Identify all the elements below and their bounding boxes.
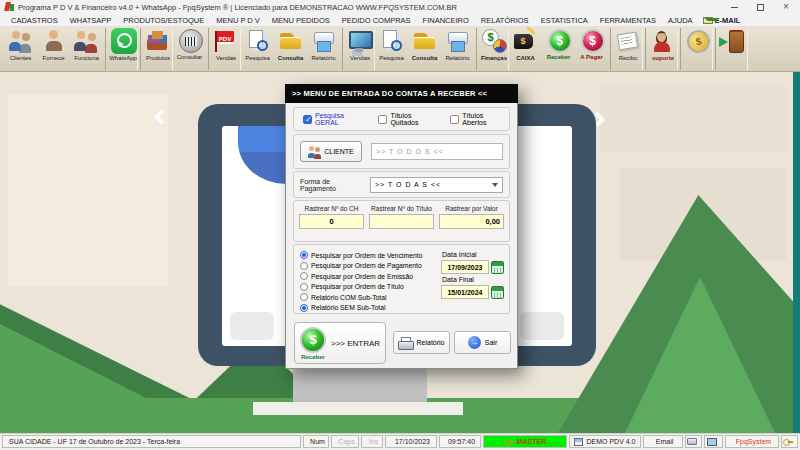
toolbar-button[interactable]	[680, 28, 713, 70]
menu-item[interactable]: FINANCEIRO	[416, 16, 474, 25]
menu-item[interactable]: PRODUTOS/ESTOQUE	[116, 16, 209, 25]
minimize-button[interactable]	[728, 2, 740, 13]
status-panel-text: 17/10/2023	[395, 438, 430, 445]
toolbar-button[interactable]: Fornece	[37, 28, 70, 70]
menu-item-label: MENU P D V	[216, 16, 260, 25]
pdv-flag-icon	[212, 28, 240, 54]
calendar-icon[interactable]	[491, 261, 504, 274]
status-panel: DEMO PDV 4.0	[569, 435, 641, 448]
toolbar-button[interactable]: Vendas	[342, 28, 375, 70]
menu-bar: CADASTROS WHATSAPP PRODUTOS/ESTOQUE MENU…	[0, 14, 800, 27]
relatorio-button[interactable]: Relatório	[393, 331, 450, 354]
relatorio-label: Relatório	[416, 339, 444, 346]
window-icon	[574, 438, 583, 446]
data-final-input[interactable]	[441, 285, 489, 299]
toolbar-button[interactable]: Receber	[542, 28, 575, 70]
radio-option[interactable]: Pesquisar por Ordem de Vencimento	[300, 250, 422, 260]
folder-icon	[411, 28, 439, 54]
toolbar-button[interactable]: A Pagar	[575, 28, 608, 70]
menu-item[interactable]: AJUDA	[661, 16, 698, 25]
toolbar-button[interactable]: Relatório	[307, 28, 340, 70]
data-final-label: Data Final	[442, 276, 507, 283]
calendar-icon[interactable]	[491, 286, 504, 299]
radio-circle	[300, 283, 308, 291]
toolbar-button[interactable]: Consulta	[274, 28, 307, 70]
status-panel-text: FpqSystem	[736, 438, 771, 445]
toolbar-button[interactable]: CAIXA	[509, 28, 542, 70]
filter-checkbox[interactable]: Pesquisa GERAL	[303, 112, 369, 126]
toolbar-button[interactable]: Produtos	[140, 28, 173, 70]
toolbar-button[interactable]: Recibo	[610, 28, 643, 70]
printer-sb-icon	[687, 438, 697, 445]
menu-item-label: WHATSAPP	[70, 16, 112, 25]
toolbar-button-label: suporte	[652, 55, 674, 61]
menu-item[interactable]: ESTATISTICA	[534, 16, 593, 25]
products-cart-icon	[144, 28, 172, 54]
menu-item-label: FINANCEIRO	[423, 16, 469, 25]
filter-checkbox[interactable]: Títulos Abertos	[450, 112, 509, 126]
radio-option[interactable]: Pesquisar por Ordem de Pagamento	[300, 261, 422, 271]
clients-small-icon	[308, 146, 321, 158]
support-icon	[649, 28, 677, 54]
rastrear-label: Rastrear Nº do CH	[304, 205, 358, 212]
toolbar-button-label: Produtos	[146, 55, 170, 61]
toolbar-button[interactable]: Pesquisa	[241, 28, 274, 70]
menu-item[interactable]: E-MAIL	[698, 16, 746, 25]
toolbar-button[interactable]: WhatsApp	[105, 28, 138, 70]
menu-item[interactable]: WHATSAPP	[63, 16, 117, 25]
finance-icon	[480, 28, 508, 54]
close-button[interactable]: ×	[780, 2, 792, 13]
menu-item[interactable]: CADASTROS	[4, 16, 63, 25]
dollar-red-icon	[581, 29, 605, 53]
status-panel-text: MASTER	[517, 438, 547, 445]
data-inicial-input[interactable]	[441, 260, 489, 274]
status-panel: FpqSystem	[725, 435, 779, 448]
toolbar-button[interactable]: suporte	[645, 28, 678, 70]
menu-item-label: FERRAMENTAS	[600, 16, 656, 25]
menu-item[interactable]: PEDIDO COMPRAS	[335, 16, 416, 25]
status-panel: 09:57:40	[439, 435, 481, 448]
forma-pagamento-select[interactable]: >> T O D A S <<	[370, 177, 503, 193]
menu-item-label: MENU PEDIDOS	[272, 16, 330, 25]
toolbar-button[interactable]: Finanças	[476, 28, 509, 70]
toolbar-button[interactable]: Vendas	[208, 28, 241, 70]
toolbar-button[interactable]: Consultar	[173, 28, 206, 70]
maximize-button[interactable]	[754, 2, 766, 13]
toolbar-button-label: WhatsApp	[109, 55, 137, 61]
checkbox-box	[303, 115, 312, 124]
toolbar-button[interactable]: Relatório	[441, 28, 474, 70]
cliente-button[interactable]: CLIENTE	[300, 141, 362, 162]
status-panel-text: SUA CIDADE - UF 17 de Outubro de 2023 - …	[9, 438, 180, 445]
chevron-down-icon	[492, 183, 498, 190]
rastrear-input[interactable]	[369, 214, 434, 229]
status-panel	[685, 435, 702, 448]
cliente-input[interactable]	[371, 143, 503, 160]
toolbar-button[interactable]: Consulta	[408, 28, 441, 70]
dialog-title[interactable]: >> MENU DE ENTRADA DO CONTAS A RECEBER <…	[285, 84, 518, 103]
toolbar-button[interactable]: Pesquisa	[375, 28, 408, 70]
data-inicial-label: Data Inicial	[442, 251, 507, 258]
radio-label: Relatório COM Sub-Total	[311, 294, 387, 301]
toolbar-button[interactable]	[715, 28, 748, 70]
toolbar-button[interactable]: Clientes	[4, 28, 37, 70]
menu-item[interactable]: MENU P D V	[209, 16, 265, 25]
status-panel: Ins	[361, 435, 383, 448]
entrar-button[interactable]: Receber >>> ENTRAR	[294, 322, 386, 364]
menu-item[interactable]: MENU PEDIDOS	[265, 16, 335, 25]
radio-option[interactable]: Relatório SEM Sub-Total	[300, 303, 422, 313]
radio-option[interactable]: Pesquisar por Ordem de Emissão	[300, 271, 422, 281]
radio-label: Pesquisar por Ordem de Vencimento	[311, 252, 422, 259]
rastrear-input[interactable]	[299, 214, 364, 229]
menu-item[interactable]: FERRAMENTAS	[593, 16, 661, 25]
rastrear-input[interactable]	[439, 214, 504, 229]
radio-option[interactable]: Relatório COM Sub-Total	[300, 292, 422, 302]
radio-circle	[300, 272, 308, 280]
checkbox-label: Títulos Quitados	[390, 112, 441, 126]
filter-checkbox[interactable]: Títulos Quitados	[378, 112, 441, 126]
radio-option[interactable]: Pesquisar por Ordem de Título	[300, 282, 422, 292]
sair-button[interactable]: Sair	[454, 331, 511, 354]
menu-item[interactable]: RELATÓRIOS	[474, 16, 534, 25]
window-title: Programa P D V & Financeiro v4.0 + Whats…	[18, 3, 728, 12]
printer-icon	[398, 337, 412, 348]
toolbar-button[interactable]: Funciona	[70, 28, 103, 70]
